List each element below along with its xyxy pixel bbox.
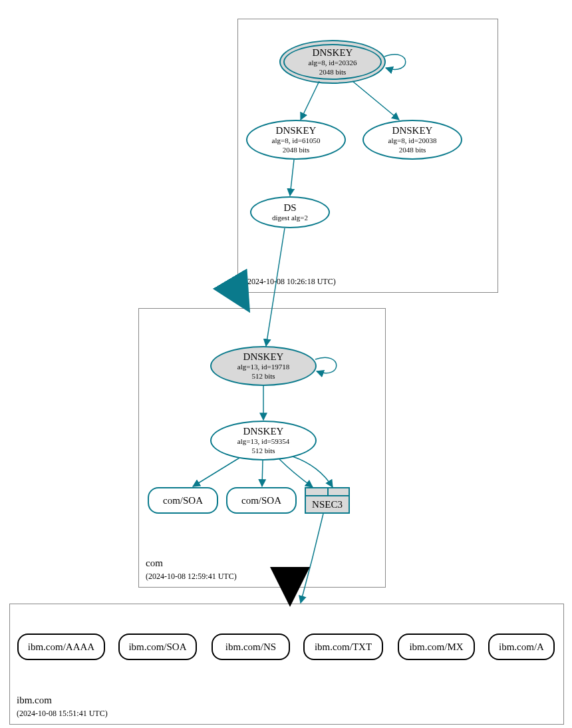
node-alg: alg=13, id=59354 — [237, 437, 289, 446]
zone-com-timestamp: (2024-10-08 12:59:41 UTC) — [146, 572, 237, 582]
zone-com-name: com — [146, 558, 237, 569]
node-ibm-aaaa: ibm.com/AAAA — [17, 634, 105, 660]
node-com-ksk: DNSKEY alg=13, id=19718 512 bits — [210, 346, 317, 386]
node-bits: 512 bits — [251, 372, 275, 381]
node-root-zsk2: DNSKEY alg=8, id=20038 2048 bits — [362, 120, 462, 160]
zone-root-label: . (2024-10-08 10:26:18 UTC) — [245, 263, 336, 287]
node-bits: 2048 bits — [283, 146, 310, 154]
node-root-zsk1: DNSKEY alg=8, id=61050 2048 bits — [246, 120, 346, 160]
zone-ibm-name: ibm.com — [17, 695, 108, 706]
zone-ibm: ibm.com (2024-10-08 15:51:41 UTC) — [9, 604, 564, 725]
node-ibm-a: ibm.com/A — [488, 634, 555, 660]
node-alg: alg=8, id=61050 — [272, 136, 321, 145]
node-title: DS — [283, 202, 296, 214]
node-com-zsk: DNSKEY alg=13, id=59354 512 bits — [210, 421, 317, 460]
node-ibm-ns: ibm.com/NS — [212, 634, 290, 660]
nsec3-label: NSEC3 — [312, 499, 343, 510]
zone-com-label: com (2024-10-08 12:59:41 UTC) — [146, 558, 237, 582]
zone-root-name: . — [245, 263, 336, 274]
node-root-ksk: DNSKEY alg=8, id=20326 2048 bits — [279, 40, 386, 84]
zone-root-timestamp: (2024-10-08 10:26:18 UTC) — [245, 277, 336, 287]
edge-rootbox-combox — [237, 291, 246, 306]
node-alg: alg=8, id=20326 — [309, 59, 357, 67]
zone-ibm-timestamp: (2024-10-08 15:51:41 UTC) — [17, 709, 108, 719]
node-root-ds: DS digest alg=2 — [250, 196, 330, 228]
node-nsec3: NSEC3 — [305, 487, 350, 514]
node-title: DNSKEY — [276, 125, 317, 136]
node-alg: alg=13, id=19718 — [237, 363, 289, 371]
node-alg: alg=8, id=20038 — [388, 136, 437, 145]
zone-ibm-label: ibm.com (2024-10-08 15:51:41 UTC) — [17, 695, 108, 719]
node-ibm-soa: ibm.com/SOA — [118, 634, 197, 660]
node-bits: 2048 bits — [399, 146, 426, 154]
node-ibm-txt: ibm.com/TXT — [303, 634, 383, 660]
node-com-soa1: com/SOA — [148, 487, 218, 514]
node-alg: digest alg=2 — [272, 214, 308, 222]
node-title: DNSKEY — [243, 426, 284, 437]
node-title: DNSKEY — [243, 351, 284, 363]
node-bits: 2048 bits — [319, 68, 347, 77]
node-title: DNSKEY — [392, 125, 433, 136]
node-com-soa2: com/SOA — [226, 487, 297, 514]
node-bits: 512 bits — [251, 447, 275, 455]
node-ibm-mx: ibm.com/MX — [398, 634, 475, 660]
node-title: DNSKEY — [313, 47, 353, 59]
